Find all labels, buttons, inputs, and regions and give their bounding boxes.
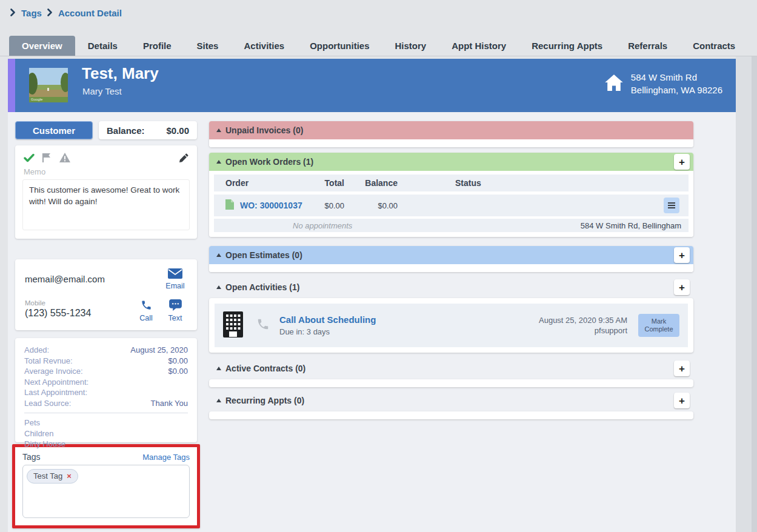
work-order-balance: $0.00 [344, 201, 398, 210]
tab-audit[interactable]: Audit [748, 36, 757, 56]
envelope-icon [168, 268, 182, 281]
manage-tags-link[interactable]: Manage Tags [142, 453, 190, 462]
tab-overview[interactable]: Overview [9, 36, 75, 56]
column-header-order: Order [225, 178, 320, 188]
collapse-icon [216, 399, 221, 402]
activity-row: Call About Scheduling Due in: 3 days Aug… [215, 304, 688, 347]
open-work-orders-panel: Open Work Orders (1) + Order Total Balan… [209, 153, 693, 237]
panel-body-empty [209, 139, 693, 147]
text-action-label: Text [168, 314, 182, 322]
stat-value: Thank You [151, 398, 188, 409]
tab-details[interactable]: Details [75, 36, 130, 56]
mark-complete-button[interactable]: Mark Complete [638, 314, 679, 337]
open-work-orders-header[interactable]: Open Work Orders (1) + [209, 153, 693, 171]
call-action-label: Call [139, 314, 153, 322]
collapse-icon [216, 285, 221, 289]
tab-profile[interactable]: Profile [130, 36, 184, 56]
recurring-appts-title: Recurring Appts (0) [225, 396, 304, 405]
add-estimate-button[interactable]: + [674, 247, 690, 263]
stat-label: Total Revnue: [24, 356, 73, 367]
text-button[interactable]: Text [163, 299, 187, 322]
edit-pencil-icon[interactable] [179, 153, 188, 165]
vertical-scrollbar[interactable] [752, 56, 757, 532]
contact-card: memail@email.com Email Mobile (123) 555-… [15, 259, 197, 330]
add-work-order-button[interactable]: + [674, 154, 690, 170]
tab-history[interactable]: History [382, 36, 439, 56]
call-button[interactable]: Call [134, 299, 158, 322]
work-order-footer: No appointments 584 W Smith Rd, Bellingh… [214, 216, 689, 232]
open-estimates-header[interactable]: Open Estimates (0) + [209, 246, 693, 264]
recurring-appts-body-empty [209, 411, 693, 419]
email-address: memail@email.com [25, 268, 105, 290]
activity-link[interactable]: Call About Scheduling [279, 314, 376, 325]
flag-icon[interactable] [42, 153, 52, 165]
balance-label: Balance: [107, 125, 145, 136]
tags-label: Tags [22, 452, 41, 462]
open-estimates-title: Open Estimates (0) [225, 250, 302, 260]
activity-phone-icon [256, 318, 270, 333]
open-activities-header[interactable]: Open Activities (1) + [209, 279, 693, 296]
recurring-appts-header[interactable]: Recurring Appts (0) + [209, 392, 693, 409]
active-contracts-header[interactable]: Active Contracts (0) + [209, 360, 693, 377]
activity-datetime: August 25, 2020 9:35 AM [539, 315, 627, 325]
phone-icon [141, 299, 152, 313]
tag-remove-icon[interactable]: × [67, 472, 72, 480]
work-order-menu-button[interactable] [664, 198, 679, 213]
photo-watermark: Google [31, 98, 43, 101]
check-icon[interactable] [24, 153, 35, 165]
add-recurring-appt-button[interactable]: + [674, 393, 690, 408]
attribute-item: Pets [24, 417, 188, 428]
open-activities-title: Open Activities (1) [225, 282, 299, 292]
chevron-right-icon [47, 8, 53, 18]
work-order-total: $0.00 [320, 201, 344, 210]
tag-chip: Test Tag × [27, 469, 78, 484]
unpaid-invoices-title: Unpaid Invoices (0) [225, 125, 303, 135]
activity-card: Call About Scheduling Due in: 3 days Aug… [209, 298, 693, 353]
unpaid-invoices-panel: Unpaid Invoices (0) [209, 121, 693, 147]
tab-recurring-appts[interactable]: Recurring Appts [519, 36, 615, 56]
email-action-label: Email [165, 282, 184, 290]
document-icon [225, 199, 240, 211]
work-order-row: WO: 300001037 $0.00 $0.00 [214, 195, 689, 216]
property-photo[interactable]: Google [29, 68, 68, 102]
stat-value: August 25, 2020 [130, 345, 188, 356]
tags-input[interactable]: Test Tag × [22, 465, 190, 518]
column-header-status: Status [398, 178, 689, 188]
column-header-total: Total [320, 178, 344, 188]
add-contract-button[interactable]: + [674, 361, 690, 376]
warning-icon[interactable] [59, 153, 70, 165]
tab-opportunities[interactable]: Opportunities [297, 36, 382, 56]
tab-bar: Overview Details Profile Sites Activitie… [9, 35, 757, 56]
stat-value: $0.00 [168, 366, 188, 377]
balance-card: Balance: $0.00 [99, 121, 197, 139]
tab-sites[interactable]: Sites [184, 36, 232, 56]
active-contracts-body-empty [209, 379, 693, 387]
email-button[interactable]: Email [163, 268, 187, 290]
activity-due: Due in: 3 days [279, 327, 376, 336]
tab-activities[interactable]: Activities [231, 36, 297, 56]
no-appointments-note: No appointments [293, 221, 352, 230]
stat-label: Lead Source: [24, 398, 71, 409]
account-status-stripe [8, 59, 15, 112]
activity-user: pfsupport [539, 325, 627, 336]
stat-label: Average Invoice: [24, 366, 83, 377]
account-type-button[interactable]: Customer [15, 121, 93, 139]
tab-referrals[interactable]: Referrals [615, 36, 680, 56]
attribute-item: Children [24, 428, 188, 439]
memo-text[interactable]: This customer is awesome! Great to work … [22, 179, 190, 230]
chevron-right-icon [10, 8, 16, 18]
breadcrumb-link-tags[interactable]: Tags [21, 8, 42, 18]
phone-number: (123) 555-1234 [25, 308, 91, 319]
panel-body-empty [209, 264, 693, 272]
add-activity-button[interactable]: + [674, 279, 690, 295]
breadcrumb-link-account-detail[interactable]: Account Detail [58, 8, 122, 18]
work-order-link[interactable]: WO: 300001037 [240, 201, 320, 210]
tags-card-highlighted: Tags Manage Tags Test Tag × [12, 444, 200, 528]
stat-label: Last Appointment: [24, 387, 87, 398]
tab-contracts[interactable]: Contracts [680, 36, 748, 56]
stat-label: Added: [24, 345, 49, 356]
main-content: Google Test, Mary Mary Test 584 W Smith … [8, 59, 736, 532]
work-order-site-address: 584 W Smith Rd, Bellingham [581, 221, 681, 230]
unpaid-invoices-header[interactable]: Unpaid Invoices (0) [209, 121, 693, 139]
tab-appt-history[interactable]: Appt History [439, 36, 519, 56]
